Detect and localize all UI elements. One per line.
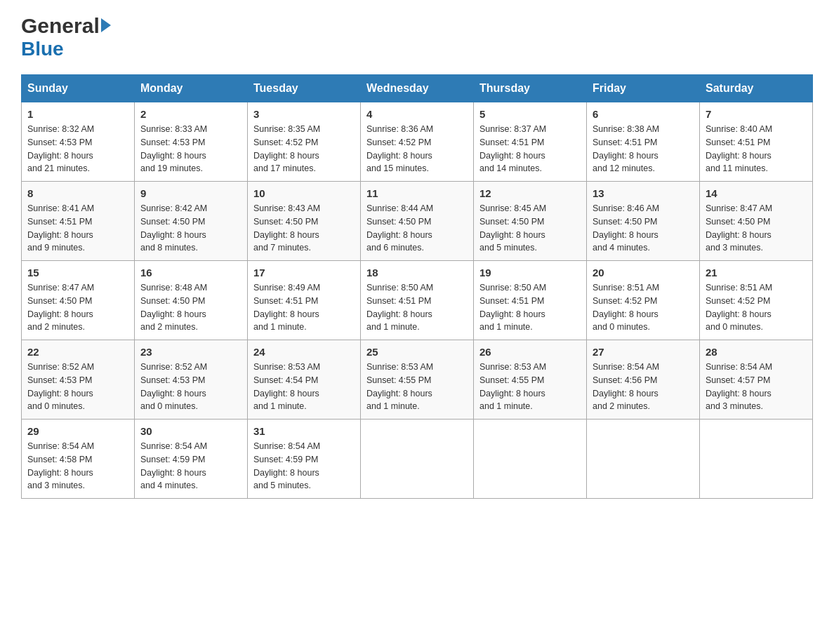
calendar-cell: 29 Sunrise: 8:54 AMSunset: 4:58 PMDaylig… xyxy=(22,420,135,499)
day-info: Sunrise: 8:35 AMSunset: 4:52 PMDaylight:… xyxy=(253,123,355,175)
day-info: Sunrise: 8:47 AMSunset: 4:50 PMDaylight:… xyxy=(706,202,807,255)
page-header: General Blue xyxy=(21,14,813,60)
day-number: 6 xyxy=(593,108,694,120)
day-number: 4 xyxy=(366,108,468,120)
calendar-cell: 2 Sunrise: 8:33 AMSunset: 4:53 PMDayligh… xyxy=(135,102,248,182)
day-info: Sunrise: 8:50 AMSunset: 4:51 PMDaylight:… xyxy=(366,281,468,334)
day-number: 24 xyxy=(253,346,355,358)
day-number: 29 xyxy=(27,425,128,437)
calendar-cell: 24 Sunrise: 8:53 AMSunset: 4:54 PMDaylig… xyxy=(248,340,361,420)
day-info: Sunrise: 8:54 AMSunset: 4:57 PMDaylight:… xyxy=(706,361,807,413)
day-number: 22 xyxy=(27,346,128,358)
day-number: 9 xyxy=(140,187,241,199)
day-info: Sunrise: 8:51 AMSunset: 4:52 PMDaylight:… xyxy=(593,281,694,334)
day-info: Sunrise: 8:54 AMSunset: 4:56 PMDaylight:… xyxy=(593,361,694,413)
calendar-cell: 27 Sunrise: 8:54 AMSunset: 4:56 PMDaylig… xyxy=(587,340,700,420)
day-number: 21 xyxy=(706,267,807,279)
day-info: Sunrise: 8:43 AMSunset: 4:50 PMDaylight:… xyxy=(253,202,355,255)
day-number: 25 xyxy=(366,346,468,358)
day-info: Sunrise: 8:36 AMSunset: 4:52 PMDaylight:… xyxy=(366,123,468,175)
calendar-week-row: 1 Sunrise: 8:32 AMSunset: 4:53 PMDayligh… xyxy=(22,102,813,182)
calendar-cell: 10 Sunrise: 8:43 AMSunset: 4:50 PMDaylig… xyxy=(248,182,361,261)
calendar-cell: 20 Sunrise: 8:51 AMSunset: 4:52 PMDaylig… xyxy=(587,261,700,340)
day-number: 20 xyxy=(593,267,694,279)
calendar-cell xyxy=(361,420,474,499)
calendar-week-row: 15 Sunrise: 8:47 AMSunset: 4:50 PMDaylig… xyxy=(22,261,813,340)
day-info: Sunrise: 8:48 AMSunset: 4:50 PMDaylight:… xyxy=(140,281,241,334)
calendar-cell: 14 Sunrise: 8:47 AMSunset: 4:50 PMDaylig… xyxy=(700,182,813,261)
day-info: Sunrise: 8:51 AMSunset: 4:52 PMDaylight:… xyxy=(706,281,807,334)
day-number: 3 xyxy=(253,108,355,120)
calendar-cell: 31 Sunrise: 8:54 AMSunset: 4:59 PMDaylig… xyxy=(248,420,361,499)
day-info: Sunrise: 8:37 AMSunset: 4:51 PMDaylight:… xyxy=(479,123,581,175)
day-number: 12 xyxy=(479,187,581,199)
weekday-header-wednesday: Wednesday xyxy=(361,75,474,102)
calendar-cell: 6 Sunrise: 8:38 AMSunset: 4:51 PMDayligh… xyxy=(587,102,700,182)
weekday-header-monday: Monday xyxy=(135,75,248,102)
day-number: 14 xyxy=(706,187,807,199)
calendar-cell: 22 Sunrise: 8:52 AMSunset: 4:53 PMDaylig… xyxy=(22,340,135,420)
calendar-week-row: 8 Sunrise: 8:41 AMSunset: 4:51 PMDayligh… xyxy=(22,182,813,261)
day-info: Sunrise: 8:49 AMSunset: 4:51 PMDaylight:… xyxy=(253,281,355,334)
day-info: Sunrise: 8:45 AMSunset: 4:50 PMDaylight:… xyxy=(479,202,581,255)
calendar-week-row: 22 Sunrise: 8:52 AMSunset: 4:53 PMDaylig… xyxy=(22,340,813,420)
calendar-cell: 12 Sunrise: 8:45 AMSunset: 4:50 PMDaylig… xyxy=(474,182,587,261)
day-info: Sunrise: 8:50 AMSunset: 4:51 PMDaylight:… xyxy=(479,281,581,334)
day-number: 18 xyxy=(366,267,468,279)
day-info: Sunrise: 8:52 AMSunset: 4:53 PMDaylight:… xyxy=(27,361,128,413)
day-info: Sunrise: 8:32 AMSunset: 4:53 PMDaylight:… xyxy=(27,123,128,175)
logo-blue-text: Blue xyxy=(21,38,64,60)
day-info: Sunrise: 8:54 AMSunset: 4:58 PMDaylight:… xyxy=(27,440,128,492)
day-info: Sunrise: 8:38 AMSunset: 4:51 PMDaylight:… xyxy=(593,123,694,175)
day-number: 31 xyxy=(253,425,355,437)
day-number: 13 xyxy=(593,187,694,199)
calendar-table: SundayMondayTuesdayWednesdayThursdayFrid… xyxy=(21,74,813,499)
calendar-cell: 26 Sunrise: 8:53 AMSunset: 4:55 PMDaylig… xyxy=(474,340,587,420)
day-number: 10 xyxy=(253,187,355,199)
calendar-cell: 11 Sunrise: 8:44 AMSunset: 4:50 PMDaylig… xyxy=(361,182,474,261)
day-number: 1 xyxy=(27,108,128,120)
day-number: 28 xyxy=(706,346,807,358)
weekday-header-thursday: Thursday xyxy=(474,75,587,102)
day-number: 7 xyxy=(706,108,807,120)
calendar-cell: 25 Sunrise: 8:53 AMSunset: 4:55 PMDaylig… xyxy=(361,340,474,420)
calendar-cell: 28 Sunrise: 8:54 AMSunset: 4:57 PMDaylig… xyxy=(700,340,813,420)
calendar-cell: 1 Sunrise: 8:32 AMSunset: 4:53 PMDayligh… xyxy=(22,102,135,182)
day-number: 11 xyxy=(366,187,468,199)
calendar-cell: 3 Sunrise: 8:35 AMSunset: 4:52 PMDayligh… xyxy=(248,102,361,182)
day-info: Sunrise: 8:40 AMSunset: 4:51 PMDaylight:… xyxy=(706,123,807,175)
calendar-cell: 15 Sunrise: 8:47 AMSunset: 4:50 PMDaylig… xyxy=(22,261,135,340)
day-info: Sunrise: 8:42 AMSunset: 4:50 PMDaylight:… xyxy=(140,202,241,255)
calendar-cell: 13 Sunrise: 8:46 AMSunset: 4:50 PMDaylig… xyxy=(587,182,700,261)
day-info: Sunrise: 8:53 AMSunset: 4:54 PMDaylight:… xyxy=(253,361,355,413)
weekday-header-row: SundayMondayTuesdayWednesdayThursdayFrid… xyxy=(22,75,813,102)
day-number: 5 xyxy=(479,108,581,120)
calendar-cell: 30 Sunrise: 8:54 AMSunset: 4:59 PMDaylig… xyxy=(135,420,248,499)
day-info: Sunrise: 8:52 AMSunset: 4:53 PMDaylight:… xyxy=(140,361,241,413)
day-number: 2 xyxy=(140,108,241,120)
weekday-header-sunday: Sunday xyxy=(22,75,135,102)
day-number: 15 xyxy=(27,267,128,279)
calendar-cell: 4 Sunrise: 8:36 AMSunset: 4:52 PMDayligh… xyxy=(361,102,474,182)
day-number: 16 xyxy=(140,267,241,279)
calendar-cell xyxy=(474,420,587,499)
day-info: Sunrise: 8:54 AMSunset: 4:59 PMDaylight:… xyxy=(253,440,355,492)
day-number: 30 xyxy=(140,425,241,437)
calendar-cell: 23 Sunrise: 8:52 AMSunset: 4:53 PMDaylig… xyxy=(135,340,248,420)
day-info: Sunrise: 8:53 AMSunset: 4:55 PMDaylight:… xyxy=(479,361,581,413)
calendar-cell: 16 Sunrise: 8:48 AMSunset: 4:50 PMDaylig… xyxy=(135,261,248,340)
weekday-header-friday: Friday xyxy=(587,75,700,102)
logo-arrow-icon xyxy=(101,18,111,32)
calendar-cell: 8 Sunrise: 8:41 AMSunset: 4:51 PMDayligh… xyxy=(22,182,135,261)
calendar-cell: 17 Sunrise: 8:49 AMSunset: 4:51 PMDaylig… xyxy=(248,261,361,340)
calendar-cell: 7 Sunrise: 8:40 AMSunset: 4:51 PMDayligh… xyxy=(700,102,813,182)
day-info: Sunrise: 8:47 AMSunset: 4:50 PMDaylight:… xyxy=(27,281,128,334)
day-number: 23 xyxy=(140,346,241,358)
calendar-cell: 18 Sunrise: 8:50 AMSunset: 4:51 PMDaylig… xyxy=(361,261,474,340)
logo: General Blue xyxy=(21,14,111,60)
day-info: Sunrise: 8:54 AMSunset: 4:59 PMDaylight:… xyxy=(140,440,241,492)
day-info: Sunrise: 8:44 AMSunset: 4:50 PMDaylight:… xyxy=(366,202,468,255)
day-number: 8 xyxy=(27,187,128,199)
day-number: 19 xyxy=(479,267,581,279)
day-info: Sunrise: 8:33 AMSunset: 4:53 PMDaylight:… xyxy=(140,123,241,175)
